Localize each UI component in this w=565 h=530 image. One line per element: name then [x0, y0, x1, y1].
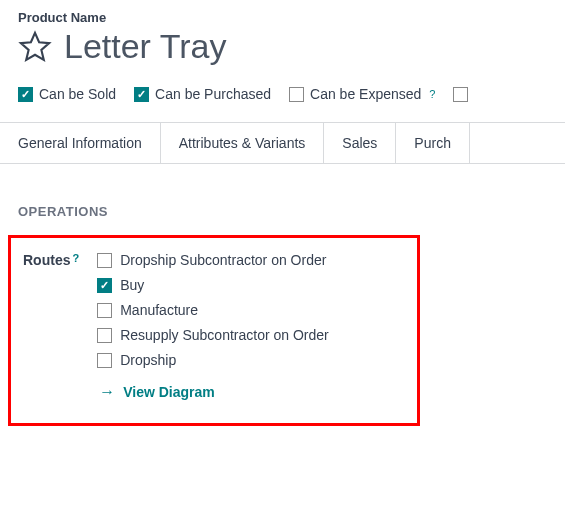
arrow-right-icon: →	[99, 383, 115, 401]
route-dropship-label[interactable]: Dropship	[120, 352, 176, 368]
route-manufacture-checkbox[interactable]	[97, 303, 112, 318]
route-dropship-sub-order-checkbox[interactable]	[97, 253, 112, 268]
product-header: Product Name Letter Tray	[0, 0, 565, 66]
star-icon[interactable]	[18, 30, 52, 64]
route-dropship-sub-order-label[interactable]: Dropship Subcontractor on Order	[120, 252, 326, 268]
route-dropship-sub-order: Dropship Subcontractor on Order	[97, 252, 329, 268]
product-name-label: Product Name	[18, 10, 547, 25]
routes-label-text: Routes	[23, 252, 70, 268]
route-dropship: Dropship	[97, 352, 329, 368]
route-manufacture: Manufacture	[97, 302, 329, 318]
can-be-expensed-group: Can be Expensed ?	[289, 86, 435, 102]
can-be-sold-label[interactable]: Can be Sold	[39, 86, 116, 102]
tab-purchase[interactable]: Purch	[396, 123, 470, 163]
routes-highlight-box: Routes ? Dropship Subcontractor on Order…	[8, 235, 420, 426]
product-title[interactable]: Letter Tray	[64, 27, 227, 66]
route-manufacture-label[interactable]: Manufacture	[120, 302, 198, 318]
extra-checkbox-group	[453, 87, 468, 102]
product-options-row: Can be Sold Can be Purchased Can be Expe…	[0, 66, 565, 118]
operations-heading: OPERATIONS	[0, 164, 565, 231]
route-resupply-sub-order: Resupply Subcontractor on Order	[97, 327, 329, 343]
routes-label: Routes ?	[23, 252, 79, 268]
can-be-expensed-checkbox[interactable]	[289, 87, 304, 102]
tab-general-information[interactable]: General Information	[0, 123, 161, 163]
extra-checkbox[interactable]	[453, 87, 468, 102]
routes-row: Routes ? Dropship Subcontractor on Order…	[23, 252, 405, 401]
route-buy: Buy	[97, 277, 329, 293]
tab-sales[interactable]: Sales	[324, 123, 396, 163]
route-resupply-sub-order-checkbox[interactable]	[97, 328, 112, 343]
route-buy-checkbox[interactable]	[97, 278, 112, 293]
route-buy-label[interactable]: Buy	[120, 277, 144, 293]
view-diagram-row[interactable]: → View Diagram	[97, 383, 329, 401]
can-be-purchased-group: Can be Purchased	[134, 86, 271, 102]
can-be-purchased-checkbox[interactable]	[134, 87, 149, 102]
can-be-sold-checkbox[interactable]	[18, 87, 33, 102]
can-be-expensed-label[interactable]: Can be Expensed	[310, 86, 421, 102]
tab-attributes-variants[interactable]: Attributes & Variants	[161, 123, 325, 163]
route-dropship-checkbox[interactable]	[97, 353, 112, 368]
svg-marker-0	[21, 32, 49, 59]
help-icon[interactable]: ?	[72, 252, 79, 264]
title-row: Letter Tray	[18, 27, 547, 66]
tabs: General Information Attributes & Variant…	[0, 122, 565, 164]
routes-options: Dropship Subcontractor on Order Buy Manu…	[97, 252, 329, 401]
can-be-purchased-label[interactable]: Can be Purchased	[155, 86, 271, 102]
view-diagram-link[interactable]: View Diagram	[123, 384, 215, 400]
help-icon[interactable]: ?	[429, 88, 435, 100]
route-resupply-sub-order-label[interactable]: Resupply Subcontractor on Order	[120, 327, 329, 343]
can-be-sold-group: Can be Sold	[18, 86, 116, 102]
